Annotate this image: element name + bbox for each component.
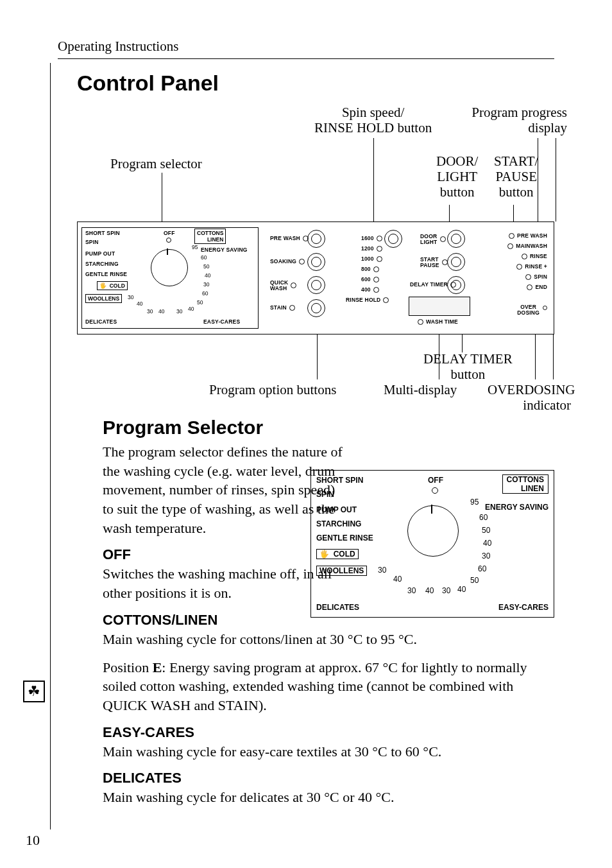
subhead-easy: EASY-CARES: [103, 724, 554, 741]
dial-delicates: DELICATES: [85, 318, 117, 325]
overdosing-led: [543, 306, 547, 310]
opt-prewash-btn[interactable]: [307, 230, 325, 248]
lead: [162, 173, 162, 221]
door-light-btn[interactable]: [447, 230, 465, 248]
opt-stain-btn[interactable]: [307, 299, 325, 317]
sf-del: DELICATES: [316, 603, 359, 612]
ct0: 95: [192, 244, 198, 250]
sf-off-dot: [432, 487, 438, 494]
delay-timer-btn[interactable]: [447, 276, 465, 294]
door-light-label: DOOR LIGHT: [420, 234, 446, 245]
start-pause-label: START PAUSE: [420, 257, 448, 268]
start-pause-btn[interactable]: [447, 253, 465, 271]
dial-gentle: GENTLE RINSE: [85, 271, 127, 277]
dial-cold-box: 🖐 COLD: [97, 281, 128, 290]
delicates-text: Main washing cycle for delicates at 30 °…: [103, 788, 554, 807]
content: Control Panel Program selector Spin spee…: [77, 71, 554, 807]
panel-box: SHORT SPIN SPIN PUMP OUT STARCHING GENTL…: [77, 221, 554, 334]
opt-prewash-label: PRE WASH: [270, 235, 309, 241]
opt-quick-btn[interactable]: [307, 276, 325, 294]
sf-energy: ENERGY SAVING: [485, 503, 548, 512]
dial-spin: SPIN: [85, 239, 99, 245]
dial-shortspin: SHORT SPIN: [85, 230, 120, 236]
ss3: 800: [361, 266, 379, 272]
callout-multi: Multi-display: [384, 382, 457, 397]
off-text: Switches the washing machine off, in all…: [103, 564, 346, 602]
ct1: 60: [201, 254, 207, 261]
heading-control-panel: Control Panel: [77, 71, 554, 96]
sf-c4: 30: [482, 551, 490, 560]
energy-tip: Position E: Energy saving program at app…: [103, 658, 554, 715]
multi-display: [409, 297, 470, 316]
tip-prefix: Position: [103, 659, 153, 675]
sf-e3: 30: [442, 586, 450, 595]
lead: [535, 334, 536, 379]
spin-speed-btn[interactable]: [384, 230, 402, 248]
ss1: 1200: [361, 245, 382, 252]
ec3: 30: [176, 308, 182, 315]
sf-spin: SPIN: [316, 490, 334, 499]
dial-starching: STARCHING: [85, 261, 119, 267]
overdosing-label: OVER DOSING: [517, 304, 540, 315]
del-t1: 40: [158, 308, 164, 315]
cottons-text: Main washing cycle for cottons/linen at …: [103, 630, 554, 649]
callout-options: Program option buttons: [209, 382, 336, 397]
tip-rest: : Energy saving program at approx. 67 °C…: [103, 659, 527, 713]
pg5: END: [527, 284, 547, 290]
wool-t0: 30: [128, 294, 133, 300]
ct4: 30: [203, 281, 209, 288]
page: Operating Instructions Control Panel Pro…: [0, 0, 612, 868]
easy-text: Main washing cycle for easy-care textile…: [103, 742, 554, 761]
sf-gentle: GENTLE RINSE: [316, 534, 373, 542]
heading-program-selector: Program Selector: [103, 417, 554, 438]
sf-wt1: 40: [393, 575, 402, 584]
off-dot: [166, 238, 171, 243]
sf-c2: 50: [482, 526, 490, 535]
callout-program-selector: Program selector: [110, 156, 202, 171]
dial-easy: EASY-CARES: [203, 318, 240, 325]
dial-pumpout: PUMP OUT: [85, 250, 115, 257]
tip-icon: ☘: [23, 681, 45, 702]
sf-off: OFF: [428, 476, 443, 485]
dial-cottons-box: COTTONS LINEN: [194, 229, 226, 244]
ec2: 40: [188, 306, 194, 312]
lead: [538, 138, 538, 221]
wash-time-label: WASH TIME: [418, 318, 458, 325]
sf-wt0: 30: [378, 566, 386, 575]
lead: [317, 334, 318, 379]
sf-e0: 60: [478, 564, 486, 573]
sf-dt1: 40: [425, 586, 434, 595]
ss5: 400: [361, 286, 379, 293]
del-t0: 30: [147, 308, 153, 315]
sf-c1: 60: [479, 513, 488, 522]
opt-soaking-btn[interactable]: [307, 253, 325, 271]
running-head: Operating Instructions: [58, 39, 554, 59]
sf-e2: 40: [457, 585, 466, 594]
sf-pumpout: PUMP OUT: [316, 505, 357, 514]
program-dial[interactable]: [151, 249, 188, 286]
ss2: 1000: [361, 256, 382, 262]
ss0: 1600: [361, 235, 382, 241]
ct3: 40: [205, 272, 210, 279]
ec1: 50: [197, 299, 203, 306]
sf-cottons: COTTONS LINEN: [502, 474, 548, 494]
opt-quick-label: QUICK WASH: [270, 280, 296, 291]
ec0: 60: [202, 290, 208, 297]
lead: [553, 334, 554, 379]
sf-e1: 50: [470, 576, 479, 585]
control-panel-diagram: Program selector Spin speed/ RINSE HOLD …: [77, 102, 554, 404]
callout-spin: Spin speed/ RINSE HOLD button: [314, 105, 432, 135]
pg3: RINSE +: [516, 263, 547, 270]
sf-starching: STARCHING: [316, 519, 361, 528]
sf-easy: EASY-CARES: [498, 603, 548, 612]
selector-figure: SHORT SPIN SPIN PUMP OUT STARCHING GENTL…: [310, 470, 554, 618]
ss6: RINSE HOLD: [346, 297, 389, 303]
selector-intro: The program selector defines the nature …: [103, 442, 346, 537]
sf-dt0: 30: [407, 586, 416, 595]
lead: [556, 138, 556, 221]
wool-t1: 40: [137, 300, 142, 307]
lead: [373, 138, 374, 221]
tip-bold: E: [153, 659, 162, 675]
pg0: PRE WASH: [509, 232, 547, 239]
callout-delay: DELAY TIMER button: [423, 351, 513, 382]
